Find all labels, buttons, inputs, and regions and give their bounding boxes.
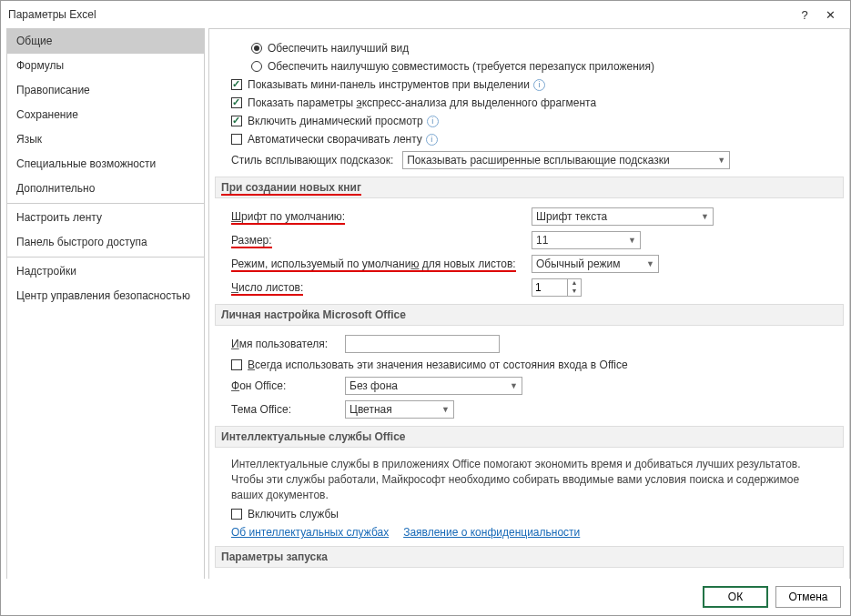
cancel-button[interactable]: Отмена bbox=[775, 586, 841, 608]
section-startup: Параметры запуска bbox=[215, 546, 844, 568]
sidebar-item-customize-ribbon[interactable]: Настроить ленту bbox=[7, 206, 204, 230]
checkbox-icon bbox=[231, 134, 242, 145]
checkbox-icon bbox=[231, 79, 242, 90]
radio-best-compat[interactable]: Обеспечить наилучшую совместимость (треб… bbox=[251, 60, 827, 73]
checkbox-icon bbox=[231, 359, 242, 370]
sidebar-item-general[interactable]: Общие bbox=[7, 29, 204, 54]
info-icon[interactable]: i bbox=[426, 134, 438, 146]
about-services-link[interactable]: Об интеллектуальных службах bbox=[231, 526, 389, 539]
close-button[interactable]: ✕ bbox=[817, 8, 843, 22]
sheets-count-spinner[interactable]: ▲▼ bbox=[532, 278, 582, 297]
username-input[interactable] bbox=[345, 335, 500, 353]
sidebar-item-trust-center[interactable]: Центр управления безопасностью bbox=[7, 284, 204, 308]
privacy-statement-link[interactable]: Заявление о конфиденциальности bbox=[403, 526, 580, 539]
check-always-use[interactable]: Всегда использовать эти значения независ… bbox=[231, 358, 827, 371]
check-live-preview[interactable]: Включить динамический просмотр i bbox=[231, 115, 827, 127]
default-view-dropdown[interactable]: Обычный режим ▼ bbox=[532, 255, 659, 273]
size-label: Размер: bbox=[231, 234, 272, 247]
sidebar-item-language[interactable]: Язык bbox=[7, 127, 204, 152]
chevron-down-icon: ▼ bbox=[646, 259, 654, 268]
sidebar-item-addins[interactable]: Надстройки bbox=[7, 259, 204, 284]
radio-icon bbox=[251, 61, 262, 72]
radio-best-view[interactable]: Обеспечить наилучший вид bbox=[251, 42, 827, 55]
default-font-dropdown[interactable]: Шрифт текста ▼ bbox=[532, 207, 714, 226]
info-icon[interactable]: i bbox=[533, 79, 545, 91]
chevron-down-icon: ▼ bbox=[717, 156, 725, 165]
chevron-down-icon: ▼ bbox=[701, 212, 709, 221]
sidebar-item-qat[interactable]: Панель быстрого доступа bbox=[7, 230, 204, 255]
sidebar-item-advanced[interactable]: Дополнительно bbox=[7, 177, 204, 201]
office-background-dropdown[interactable]: Без фона ▼ bbox=[345, 377, 522, 395]
checkbox-icon bbox=[231, 116, 242, 126]
check-enable-services[interactable]: Включить службы bbox=[231, 508, 827, 520]
sheets-count-input[interactable] bbox=[532, 279, 567, 296]
office-theme-dropdown[interactable]: Цветная ▼ bbox=[345, 400, 454, 419]
radio-icon bbox=[251, 43, 262, 54]
ok-button[interactable]: ОК bbox=[703, 586, 768, 608]
help-button[interactable]: ? bbox=[792, 8, 817, 22]
intel-description: Интеллектуальные службы в приложениях Of… bbox=[231, 457, 827, 502]
chevron-down-icon: ▼ bbox=[510, 381, 518, 390]
dialog-footer: ОК Отмена bbox=[1, 579, 850, 615]
content-pane[interactable]: Обеспечить наилучший вид Обеспечить наил… bbox=[209, 29, 849, 579]
info-icon[interactable]: i bbox=[427, 116, 439, 127]
chevron-down-icon: ▼ bbox=[628, 236, 636, 245]
spinner-up-icon[interactable]: ▲ bbox=[568, 279, 581, 288]
sidebar-item-save[interactable]: Сохранение bbox=[7, 103, 204, 127]
checkbox-icon bbox=[231, 509, 242, 520]
sidebar-item-proofing[interactable]: Правописание bbox=[7, 78, 204, 103]
window-title: Параметры Excel bbox=[8, 8, 96, 21]
spinner-down-icon[interactable]: ▼ bbox=[568, 288, 581, 296]
check-quick-analysis[interactable]: Показать параметры экспресс-анализа для … bbox=[231, 96, 827, 109]
checkbox-icon bbox=[231, 97, 242, 108]
section-personalize: Личная настройка Microsoft Office bbox=[215, 304, 844, 326]
section-intelligent-services: Интеллектуальные службы Office bbox=[215, 426, 844, 448]
sidebar-item-accessibility[interactable]: Специальные возможности bbox=[7, 152, 204, 177]
theme-label: Тема Office: bbox=[231, 403, 336, 416]
font-size-dropdown[interactable]: 11 ▼ bbox=[532, 231, 641, 249]
tooltip-style-dropdown[interactable]: Показывать расширенные всплывающие подск… bbox=[402, 151, 730, 169]
chevron-down-icon: ▼ bbox=[441, 405, 450, 414]
sidebar-item-formulas[interactable]: Формулы bbox=[7, 54, 204, 78]
check-mini-toolbar[interactable]: Показывать мини-панель инструментов при … bbox=[231, 78, 827, 91]
check-collapse-ribbon[interactable]: Автоматически сворачивать ленту i bbox=[231, 133, 827, 146]
titlebar: Параметры Excel ? ✕ bbox=[1, 1, 850, 28]
tooltip-style-label: Стиль всплывающих подсказок: bbox=[231, 154, 393, 167]
section-new-workbook: При создании новых книг bbox=[215, 177, 844, 198]
category-sidebar: Общие Формулы Правописание Сохранение Яз… bbox=[6, 28, 205, 579]
